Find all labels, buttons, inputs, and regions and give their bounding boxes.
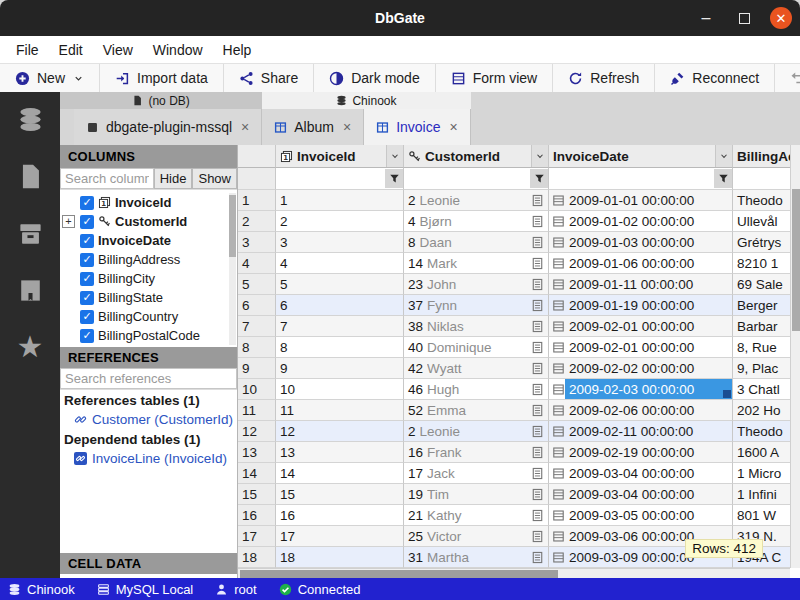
row-number-cell[interactable]: 7 [238,316,276,337]
open-customer-detail-icon[interactable] [531,488,544,501]
cell-invoicedate[interactable]: 2009-02-01 00:00:00 [549,316,733,337]
cell-invoiceid[interactable]: 4 [276,253,404,274]
menu-item-edit[interactable]: Edit [49,36,93,63]
cell-invoiceid[interactable]: 13 [276,442,404,463]
open-customer-detail-icon[interactable] [531,194,544,207]
checkbox-checked[interactable]: ✓ [80,196,94,210]
column-item-billingcity[interactable]: ✓BillingCity [60,269,237,288]
row-number-cell[interactable]: 1 [238,190,276,211]
open-customer-detail-icon[interactable] [531,530,544,543]
row-number-cell[interactable]: 18 [238,547,276,568]
cell-invoicedate[interactable]: 2009-03-04 00:00:00 [549,463,733,484]
open-customer-detail-icon[interactable] [531,299,544,312]
cell-invoiceid[interactable]: 3 [276,232,404,253]
statusbar-item-mysql-local[interactable]: MySQL Local [97,582,194,597]
row-number-cell[interactable]: 5 [238,274,276,295]
filter-funnel-button[interactable] [714,169,732,188]
toolbar-button-reconnect[interactable]: Reconnect [655,64,775,92]
cell-invoicedate[interactable]: 2009-01-03 00:00:00 [549,232,733,253]
tab-album[interactable]: Album× [262,109,364,145]
cell-invoicedate[interactable]: 2009-01-01 00:00:00 [549,190,733,211]
cell-invoiceid[interactable]: 18 [276,547,404,568]
column-item-customerid[interactable]: +✓CustomerId [60,212,237,231]
column-item-billingaddress[interactable]: ✓BillingAddress [60,250,237,269]
row-number-cell[interactable]: 13 [238,442,276,463]
filter-input-invoicedate[interactable] [549,168,732,189]
open-customer-detail-icon[interactable] [531,551,544,564]
cell-invoiceid[interactable]: 11 [276,400,404,421]
close-button[interactable]: ✕ [770,7,792,29]
row-number-cell[interactable]: 4 [238,253,276,274]
statusbar-item-root[interactable]: root [215,582,256,597]
filter-funnel-button[interactable] [385,169,403,188]
menu-item-help[interactable]: Help [213,36,262,63]
cell-customerid[interactable]: 2Leonie [404,190,549,211]
cell-customerid[interactable]: 4Bjørn [404,211,549,232]
vertical-scrollbar-thumb[interactable] [792,189,800,331]
menu-item-window[interactable]: Window [143,36,213,63]
sidebar-item-book[interactable] [17,277,44,304]
column-header-customerid[interactable]: CustomerId [404,145,549,168]
show-button[interactable]: Show [192,168,237,189]
open-customer-detail-icon[interactable] [531,425,544,438]
open-customer-detail-icon[interactable] [531,383,544,396]
toolbar-button-undo[interactable]: Undo [775,64,800,92]
column-header-invoicedate[interactable]: InvoiceDate [549,145,733,168]
tab-close-icon[interactable]: × [450,119,458,135]
checkbox-checked[interactable]: ✓ [80,310,94,324]
cell-invoicedate[interactable]: 2009-01-19 00:00:00 [549,295,733,316]
tab-invoice[interactable]: Invoice× [364,109,471,145]
cell-invoicedate[interactable]: 2009-01-06 00:00:00 [549,253,733,274]
cell-invoiceid[interactable]: 6 [276,295,404,316]
cell-customerid[interactable]: 16Frank [404,442,549,463]
cell-customerid[interactable]: 42Wyatt [404,358,549,379]
row-number-cell[interactable]: 2 [238,211,276,232]
cell-customerid[interactable]: 14Mark [404,253,549,274]
open-customer-detail-icon[interactable] [531,509,544,522]
column-sort-dropdown[interactable] [531,145,548,167]
cell-customerid[interactable]: 2Leonie [404,421,549,442]
cell-invoiceid[interactable]: 10 [276,379,404,400]
column-header-invoiceid[interactable]: 1InvoiceId [276,145,404,168]
minimize-button[interactable]: – [694,6,718,30]
column-item-billingstate[interactable]: ✓BillingState [60,288,237,307]
column-item-invoiceid[interactable]: ✓1InvoiceId [60,193,237,212]
column-sort-dropdown[interactable] [715,145,732,167]
row-number-cell[interactable]: 11 [238,400,276,421]
cell-invoiceid[interactable]: 9 [276,358,404,379]
toolbar-button-new[interactable]: New [0,64,100,92]
column-item-invoicedate[interactable]: ✓InvoiceDate [60,231,237,250]
toolbar-button-dark-mode[interactable]: Dark mode [314,64,435,92]
filter-funnel-button[interactable] [530,169,548,188]
selection-fill-handle[interactable] [723,390,731,398]
cell-customerid[interactable]: 46Hugh [404,379,549,400]
open-customer-detail-icon[interactable] [531,215,544,228]
cell-invoicedate[interactable]: 2009-03-05 00:00:00 [549,505,733,526]
cell-customerid[interactable]: 21Kathy [404,505,549,526]
toolbar-button-share[interactable]: Share [224,64,314,92]
cell-customerid[interactable]: 17Jack [404,463,549,484]
checkbox-checked[interactable]: ✓ [80,253,94,267]
column-item-billingcountry[interactable]: ✓BillingCountry [60,307,237,326]
statusbar-item-connected[interactable]: Connected [279,582,361,597]
hide-button[interactable]: Hide [154,168,193,189]
menu-item-file[interactable]: File [6,36,49,63]
row-number-cell[interactable]: 12 [238,421,276,442]
row-number-cell[interactable]: 8 [238,337,276,358]
open-customer-detail-icon[interactable] [531,467,544,480]
open-customer-detail-icon[interactable] [531,404,544,417]
cell-customerid[interactable]: 25Victor [404,526,549,547]
sidebar-item-archive[interactable] [17,220,44,247]
filter-input-customerid[interactable] [404,168,548,189]
search-columns-input[interactable] [60,168,154,189]
toolbar-button-import-data[interactable]: Import data [100,64,224,92]
row-number-cell[interactable]: 15 [238,484,276,505]
open-customer-detail-icon[interactable] [531,278,544,291]
reference-link-customer[interactable]: Customer (CustomerId) [60,410,237,429]
cell-customerid[interactable]: 38Niklas [404,316,549,337]
checkbox-checked[interactable]: ✓ [80,215,94,229]
cell-invoicedate[interactable]: 2009-02-02 00:00:00 [549,358,733,379]
checkbox-checked[interactable]: ✓ [80,234,94,248]
column-sort-dropdown[interactable] [386,145,403,167]
star-icon[interactable]: ★ [17,334,44,360]
